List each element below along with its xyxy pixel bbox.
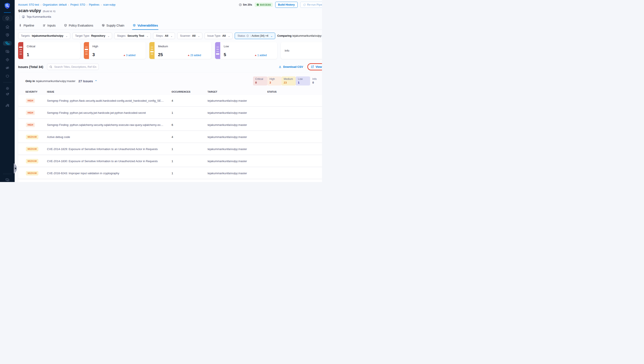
clock-icon bbox=[239, 3, 242, 6]
help-chat-icon: ? bbox=[5, 178, 10, 182]
triangle-up-icon bbox=[188, 55, 190, 56]
filter-scanner[interactable]: Scanner:All ⌄ bbox=[177, 33, 202, 39]
high-card[interactable]: High 3 3 added bbox=[84, 42, 146, 59]
tab-supply-chain[interactable]: Supply Chain bbox=[101, 22, 125, 30]
external-link-icon bbox=[311, 65, 314, 68]
filter-status[interactable]: Status : Active (34) +4 ⌄ bbox=[235, 33, 275, 39]
filter-stages[interactable]: Stages:Security Test ⌄ bbox=[114, 33, 151, 39]
info-card[interactable]: Info 0 bbox=[281, 42, 322, 59]
inputs-tab-icon bbox=[42, 24, 46, 27]
chevron-down-icon: ⌄ bbox=[170, 34, 173, 38]
table-row[interactable]: MEDIUM CVE-2014-1829: Exposure of Sensit… bbox=[18, 143, 322, 154]
nav-token-usage[interactable] bbox=[3, 74, 12, 78]
table-row[interactable]: MEDIUM Active debug code 4 tejakummariku… bbox=[18, 131, 322, 142]
issues-section-title: Issues (Total 34) bbox=[18, 65, 43, 69]
severity-badge: HIGH bbox=[26, 111, 35, 115]
chevron-down-icon: ⌄ bbox=[270, 34, 273, 38]
high-severity-bar-icon bbox=[84, 42, 89, 59]
table-row[interactable]: HIGH Semgrep Finding: python.flask.secur… bbox=[18, 95, 322, 106]
build-author: Teja Kummarikuntla bbox=[20, 15, 322, 19]
filter-steps[interactable]: Steps:All ⌄ bbox=[153, 33, 175, 39]
shield-nodes-icon bbox=[102, 24, 105, 27]
table-row[interactable]: HIGH Semgrep Finding: python.jwt.securit… bbox=[18, 107, 322, 118]
person-icon bbox=[22, 15, 25, 18]
tab-pipeline[interactable]: Pipeline bbox=[18, 22, 35, 30]
pipelines-icon bbox=[5, 41, 10, 46]
info-circle-icon bbox=[246, 35, 249, 37]
low-added-link[interactable]: 1 added bbox=[255, 54, 266, 57]
filter-issue-type[interactable]: Issue Type:All ⌄ bbox=[204, 33, 232, 39]
nav-home[interactable] bbox=[3, 25, 12, 29]
table-row[interactable]: MEDIUM bbox=[18, 180, 322, 182]
tab-vulnerabilities[interactable]: Vulnerabilities bbox=[132, 22, 158, 30]
table-row[interactable]: MEDIUM CVE-2014-1830: Exposure of Sensit… bbox=[18, 155, 322, 167]
table-row[interactable]: MEDIUM CVE-2016-9243: Improper input val… bbox=[18, 167, 322, 179]
chip-critical[interactable]: Critical0 bbox=[253, 76, 267, 86]
severity-badge: MEDIUM bbox=[26, 171, 38, 175]
pipeline-tab-icon bbox=[18, 24, 22, 27]
table-row[interactable]: HIGH Semgrep Finding: python.sqlalchemy.… bbox=[18, 119, 322, 130]
chip-medium[interactable]: Medium23 bbox=[282, 76, 296, 86]
triangle-up-icon bbox=[255, 55, 256, 56]
issues-table-body: HIGH Semgrep Finding: python.flask.secur… bbox=[18, 95, 322, 182]
breadcrumb-pipelines[interactable]: Pipelines bbox=[89, 3, 99, 6]
breadcrumb-organization[interactable]: Organization: default bbox=[43, 3, 67, 6]
nav-settings[interactable] bbox=[3, 86, 12, 91]
chevron-down-icon: ⌄ bbox=[228, 34, 230, 38]
harness-sto-logo[interactable] bbox=[4, 2, 11, 13]
build-id-label: (Build Id: 6) bbox=[43, 10, 56, 13]
build-duration: 5m 20s bbox=[239, 3, 252, 6]
severity-summary-cards: Critical 1 High 3 3 added Medium bbox=[18, 42, 322, 59]
issues-search[interactable] bbox=[47, 64, 99, 70]
download-csv-button[interactable]: Download CSV bbox=[278, 65, 303, 68]
critical-card[interactable]: Critical 1 bbox=[18, 42, 80, 59]
chip-low[interactable]: Low1 bbox=[296, 76, 310, 86]
search-input[interactable] bbox=[54, 65, 96, 68]
breadcrumb-project[interactable]: Project: STO bbox=[70, 3, 85, 6]
chip-info[interactable]: Info0 bbox=[310, 76, 322, 86]
nav-exemptions[interactable] bbox=[3, 66, 12, 70]
executions-play-icon bbox=[5, 49, 10, 54]
download-icon bbox=[278, 65, 282, 68]
issues-group-header: Only in tejakummarikuntla/vulpy:master 2… bbox=[18, 73, 322, 88]
shield-search-icon bbox=[5, 33, 10, 37]
hierarchy-gear-icon bbox=[5, 103, 10, 108]
tab-policy-evaluations[interactable]: Policy Evaluations bbox=[63, 22, 94, 30]
low-count: 5 bbox=[224, 53, 226, 57]
filter-target-type[interactable]: Target Type:Repository ⌄ bbox=[72, 33, 112, 39]
filter-targets[interactable]: Targets:tejakummarikuntla/vulpy ⌄ bbox=[18, 33, 70, 39]
medium-card[interactable]: Medium 25 23 added bbox=[149, 42, 212, 59]
severity-badge: HIGH bbox=[26, 98, 35, 103]
breadcrumb-current[interactable]: scan-vulpy bbox=[103, 3, 115, 6]
shield-magnifier-logo-icon bbox=[4, 2, 11, 10]
nav-targets[interactable] bbox=[3, 57, 12, 62]
critical-count: 1 bbox=[27, 53, 29, 57]
left-nav-sidebar: ? TK bbox=[0, 0, 15, 182]
breadcrumb: Account: STO test› Organization: default… bbox=[18, 3, 116, 6]
breadcrumb-account[interactable]: Account: STO test bbox=[18, 3, 39, 6]
module-switcher[interactable] bbox=[2, 16, 12, 21]
top-header-row: Account: STO test› Organization: default… bbox=[15, 0, 322, 7]
nav-default-settings[interactable] bbox=[3, 91, 12, 98]
nav-pipelines[interactable] bbox=[3, 41, 12, 46]
medium-added-link[interactable]: 23 added bbox=[188, 54, 201, 57]
svg-text:?: ? bbox=[6, 179, 7, 180]
low-card[interactable]: Low 5 1 added bbox=[215, 42, 277, 59]
issues-panel: Only in tejakummarikuntla/vulpy:master 2… bbox=[18, 73, 322, 182]
tab-inputs[interactable]: Inputs bbox=[42, 22, 56, 30]
home-icon bbox=[5, 25, 10, 29]
comparing-label: Comparingtejakummarikuntla/vulpy:master … bbox=[278, 34, 322, 37]
view-in-dashboard-button[interactable]: View in Dashboard bbox=[311, 65, 322, 68]
severity-badge: MEDIUM bbox=[26, 147, 38, 151]
nav-overview[interactable] bbox=[3, 33, 12, 37]
chevron-down-icon: ⌄ bbox=[107, 34, 110, 38]
refresh-icon bbox=[303, 4, 306, 6]
high-added-link[interactable]: 3 added bbox=[124, 54, 135, 57]
filters-bar: Targets:tejakummarikuntla/vulpy ⌄ Target… bbox=[15, 30, 322, 39]
collapse-chevron-up-icon[interactable] bbox=[94, 79, 98, 83]
severity-filter-chips: Critical0 High3 Medium23 Low1 Info0 Exem… bbox=[253, 76, 322, 86]
nav-help[interactable]: ? bbox=[3, 176, 12, 182]
chip-high[interactable]: High3 bbox=[267, 76, 282, 86]
nav-executions[interactable] bbox=[3, 49, 12, 54]
nav-org-settings[interactable] bbox=[3, 102, 12, 109]
